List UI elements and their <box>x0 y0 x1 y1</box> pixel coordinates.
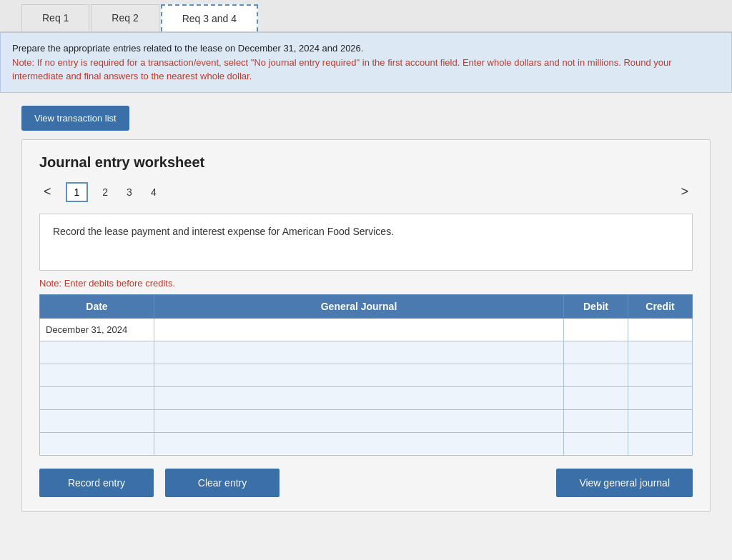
col-header-gj: General Journal <box>154 294 564 318</box>
row6-debit-input[interactable] <box>570 439 622 449</box>
view-general-journal-button[interactable]: View general journal <box>556 469 693 497</box>
description-box: Record the lease payment and interest ex… <box>39 214 693 271</box>
page-nav-left[interactable]: < <box>39 183 56 201</box>
info-main-text: Prepare the appropriate entries related … <box>12 43 363 54</box>
row1-credit[interactable] <box>628 318 693 341</box>
row2-gj[interactable] <box>154 341 564 364</box>
tabs-bar: Req 1 Req 2 Req 3 and 4 <box>0 0 732 32</box>
row4-debit[interactable] <box>564 386 628 409</box>
row5-gj[interactable] <box>154 409 564 432</box>
row5-debit-input[interactable] <box>570 416 622 426</box>
table-row <box>40 341 693 364</box>
row6-credit-input[interactable] <box>634 439 686 449</box>
row3-credit[interactable] <box>628 364 693 386</box>
table-row: December 31, 2024 <box>40 318 693 341</box>
pagination: < 1 2 3 4 > <box>39 182 693 202</box>
page-1[interactable]: 1 <box>66 182 89 202</box>
row4-credit[interactable] <box>628 386 693 409</box>
row6-gj[interactable] <box>154 432 564 455</box>
row2-credit-input[interactable] <box>634 347 686 358</box>
row6-debit[interactable] <box>564 432 628 455</box>
page-2[interactable]: 2 <box>98 184 112 201</box>
row2-debit[interactable] <box>564 341 628 364</box>
view-transaction-button[interactable]: View transaction list <box>21 106 129 131</box>
row4-gj-input[interactable] <box>160 393 558 404</box>
row5-date <box>40 409 154 432</box>
row1-debit-input[interactable] <box>570 324 622 335</box>
row2-debit-input[interactable] <box>570 347 622 358</box>
row1-credit-input[interactable] <box>634 324 686 335</box>
row2-credit[interactable] <box>628 341 693 364</box>
note-debit-credits: Note: Enter debits before credits. <box>39 278 693 289</box>
row3-gj-input[interactable] <box>160 370 558 381</box>
col-header-debit: Debit <box>564 294 628 318</box>
row4-date <box>40 386 154 409</box>
row5-credit-input[interactable] <box>634 416 686 426</box>
row3-debit-input[interactable] <box>570 370 622 381</box>
row2-date <box>40 341 154 364</box>
tab-req1[interactable]: Req 1 <box>21 4 89 31</box>
worksheet-title: Journal entry worksheet <box>39 154 693 171</box>
journal-table: Date General Journal Debit Credit Decemb… <box>39 294 693 456</box>
page-3[interactable]: 3 <box>122 184 137 201</box>
bottom-buttons: Record entry Clear entry View general jo… <box>39 469 693 497</box>
table-row <box>40 409 693 432</box>
clear-entry-button[interactable]: Clear entry <box>165 469 280 497</box>
row4-credit-input[interactable] <box>634 393 686 404</box>
row1-gj[interactable] <box>154 318 564 341</box>
row3-gj[interactable] <box>154 364 564 386</box>
info-note-text: Note: If no entry is required for a tran… <box>12 57 672 82</box>
row5-gj-input[interactable] <box>160 416 558 426</box>
row6-credit[interactable] <box>628 432 693 455</box>
col-header-date: Date <box>40 294 154 318</box>
page-4[interactable]: 4 <box>147 184 161 201</box>
row4-debit-input[interactable] <box>570 393 622 404</box>
row2-gj-input[interactable] <box>160 347 558 358</box>
info-box: Prepare the appropriate entries related … <box>0 32 732 93</box>
row5-credit[interactable] <box>628 409 693 432</box>
col-header-credit: Credit <box>628 294 693 318</box>
row3-date <box>40 364 154 386</box>
row6-date <box>40 432 154 455</box>
tab-req2[interactable]: Req 2 <box>91 4 159 31</box>
transaction-btn-area: View transaction list <box>0 93 732 139</box>
row1-date: December 31, 2024 <box>40 318 154 341</box>
row5-debit[interactable] <box>564 409 628 432</box>
row3-credit-input[interactable] <box>634 370 686 381</box>
row4-gj[interactable] <box>154 386 564 409</box>
tab-req3and4[interactable]: Req 3 and 4 <box>161 4 258 31</box>
page-nav-right[interactable]: > <box>676 183 693 201</box>
table-row <box>40 386 693 409</box>
row3-debit[interactable] <box>564 364 628 386</box>
worksheet-container: Journal entry worksheet < 1 2 3 4 > Reco… <box>21 139 711 512</box>
row1-gj-input[interactable] <box>160 324 558 335</box>
row1-debit[interactable] <box>564 318 628 341</box>
description-text: Record the lease payment and interest ex… <box>53 226 394 237</box>
table-row <box>40 364 693 386</box>
row6-gj-input[interactable] <box>160 439 558 449</box>
record-entry-button[interactable]: Record entry <box>39 469 154 497</box>
table-row <box>40 432 693 455</box>
